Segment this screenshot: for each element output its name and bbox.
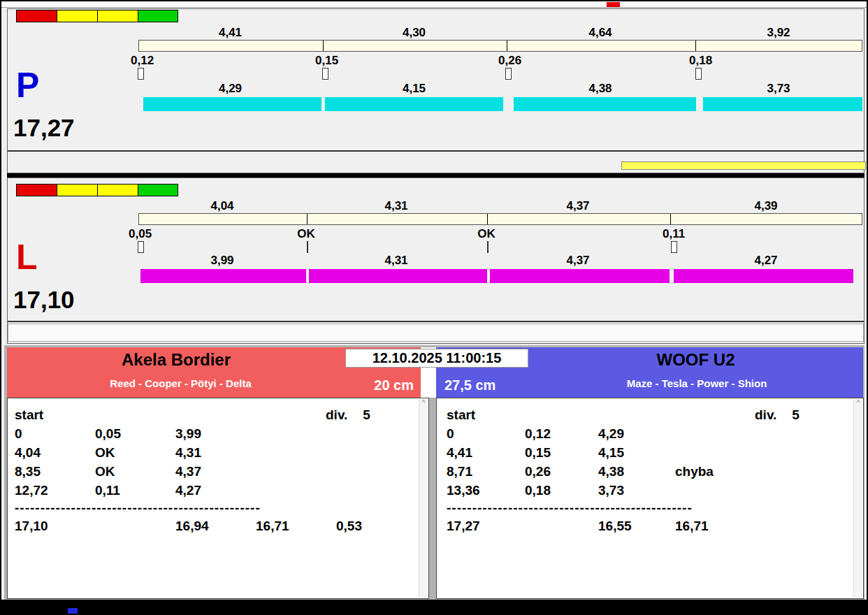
track-divider	[307, 214, 308, 224]
start-marker	[695, 68, 702, 80]
cum-time-track	[138, 213, 862, 225]
traffic-lights	[16, 184, 178, 196]
leg-time-1: 4,29	[138, 82, 322, 96]
cum-time-2: 4,31	[306, 199, 486, 213]
start-loss-1: 0,12	[131, 54, 154, 68]
track-divider	[670, 214, 671, 224]
leg-time-3: 4,37	[486, 254, 670, 268]
totals-row: 17,2716,5516,71	[437, 516, 863, 535]
traffic-yellow-segment-2	[97, 184, 138, 196]
team-left-name: Akela Bordier	[7, 350, 345, 370]
yellow-progress-bar	[621, 161, 866, 170]
track-divider	[323, 41, 324, 51]
timestamp: 12.10.2025 11:00:15	[345, 349, 528, 368]
top-red-indicator	[607, 2, 620, 7]
division: div. 5	[755, 405, 800, 424]
team-left-results: start div. 5 00,053,99 4,04OK4,31 8,35OK…	[7, 398, 429, 599]
start-loss-3: 0,26	[498, 54, 521, 68]
bottom-bar-indicator	[68, 608, 78, 614]
start-loss-4: 0,18	[689, 54, 712, 68]
scroll-up-icon[interactable]: ^	[419, 399, 428, 407]
leg-bar-2	[309, 269, 487, 283]
track-divider	[487, 214, 488, 224]
traffic-red-segment	[16, 184, 57, 196]
leg-bar-1	[143, 97, 321, 111]
result-row: 4,04OK4,31	[8, 443, 428, 462]
empty-status-strip	[8, 324, 864, 342]
leg-bar-4	[674, 269, 853, 283]
lane-l-total-time: 17,10	[13, 287, 75, 312]
start-marker	[671, 241, 677, 253]
lane-l-panel: 4,04 4,31 4,37 4,39 0,05 OK OK 0,11 L 3,…	[7, 178, 865, 344]
leg-bar-3	[490, 269, 670, 283]
separator-dashes: ----------------------------------------…	[8, 500, 428, 516]
result-row: 8,710,264,38chyba	[437, 462, 863, 481]
lane-l-letter: L	[16, 240, 38, 275]
traffic-yellow-segment-2	[97, 10, 138, 22]
result-row: 4,410,154,15	[437, 443, 863, 462]
start-marker-ok	[487, 241, 489, 253]
start-loss-2: OK	[285, 227, 327, 241]
team-right-results: start div. 5 00,124,29 4,410,154,15 8,71…	[436, 398, 864, 599]
leg-bar-1	[140, 269, 306, 283]
start-marker	[138, 241, 144, 253]
start-marker	[138, 68, 144, 80]
leg-time-4: 3,73	[695, 82, 862, 96]
division-value: 5	[792, 407, 800, 423]
results-header-row: start div. 5	[8, 405, 428, 424]
start-loss-2: 0,15	[315, 54, 338, 68]
leg-bar-2	[325, 97, 503, 111]
team-right-dogs: Maze - Tesla - Power - Shion	[530, 377, 863, 389]
separator-dashes: ----------------------------------------…	[437, 500, 863, 516]
division-label: div.	[755, 407, 776, 423]
traffic-yellow-segment	[57, 184, 97, 196]
traffic-green-segment	[138, 10, 178, 22]
separator-line	[8, 321, 864, 322]
leg-time-3: 4,38	[506, 82, 695, 96]
track-divider	[695, 41, 696, 51]
leg-time-2: 4,31	[306, 254, 486, 268]
start-loss-4: 0,11	[663, 227, 685, 241]
division: div. 5	[326, 405, 370, 424]
lane-p-letter: P	[16, 68, 39, 103]
cum-time-3: 4,64	[506, 26, 695, 40]
scrollbar[interactable]: ^	[853, 399, 862, 598]
lane-p-panel: 4,41 4,30 4,64 3,92 0,12 0,15 0,26 0,18 …	[7, 8, 865, 173]
cum-time-3: 4,37	[486, 199, 670, 213]
cum-time-4: 4,39	[670, 199, 862, 213]
start-marker-ok	[307, 241, 308, 253]
start-label: start	[447, 407, 525, 423]
app-window: 4,41 4,30 4,64 3,92 0,12 0,15 0,26 0,18 …	[0, 0, 868, 615]
result-row: 00,053,99	[8, 424, 428, 443]
top-clipped-menubar	[1, 1, 867, 8]
lane-p-total-time: 17,27	[13, 115, 75, 140]
separator-line	[8, 150, 864, 152]
cum-time-4: 3,92	[695, 26, 862, 40]
start-marker	[505, 68, 512, 80]
traffic-lights	[16, 10, 178, 22]
scroll-up-icon[interactable]: ^	[854, 399, 862, 407]
cum-time-1: 4,41	[138, 26, 322, 40]
traffic-green-segment	[138, 184, 178, 196]
result-row: 12,720,114,27	[8, 481, 428, 500]
team-left-height: 20 cm	[374, 377, 414, 393]
result-row: 13,360,183,73	[437, 481, 863, 500]
start-loss-1: 0,05	[129, 227, 152, 241]
leg-time-2: 4,15	[322, 82, 506, 96]
results-header-row: start div. 5	[437, 405, 863, 424]
traffic-yellow-segment	[57, 10, 97, 22]
start-marker	[322, 68, 328, 80]
team-right-height: 27,5 cm	[444, 377, 496, 393]
scrollbar[interactable]: ^	[419, 399, 428, 598]
leg-bar-4	[703, 97, 862, 111]
team-right-name: WOOF U2	[528, 350, 863, 370]
traffic-red-segment	[16, 10, 57, 22]
cum-time-track	[138, 40, 862, 52]
division-value: 5	[363, 407, 370, 423]
result-row: 8,35OK4,37	[8, 462, 428, 481]
cum-time-2: 4,30	[322, 26, 506, 40]
track-divider	[507, 41, 507, 51]
cum-time-1: 4,04	[138, 199, 306, 213]
start-label: start	[15, 407, 95, 423]
leg-time-4: 4,27	[670, 254, 862, 268]
